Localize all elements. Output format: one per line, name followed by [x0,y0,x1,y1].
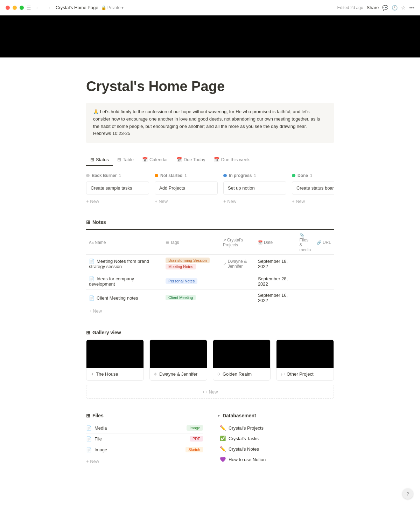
gallery-add-icon: + [202,389,205,395]
kanban-new-done[interactable]: + New [292,197,334,205]
col-count-not-started: 1 [184,173,187,178]
file-row[interactable]: 📄 File PDF [86,433,203,444]
databasement-item[interactable]: ✏️ Crystal's Projects [217,423,334,433]
file-icon: 📄 [86,425,92,431]
col-label-in-progress: In progress [229,173,252,178]
file-name: Image [94,447,107,452]
forward-arrow[interactable]: → [45,4,53,11]
notes-table-row[interactable]: 📄Client Meeting notesClient MeetingSepte… [86,290,334,306]
tab-due-week[interactable]: 📅 Due this week [210,154,254,166]
help-button[interactable]: ? [402,488,413,494]
gallery-card-cover [86,340,144,368]
tab-calendar[interactable]: 📅 Calendar [138,154,172,166]
gallery-card-icon: 🏷 [281,372,285,377]
gallery-card[interactable]: 🏷 Other Project [276,340,334,381]
kanban-card[interactable]: Create sample tasks [86,182,149,194]
gallery-card-name: 🏷 Other Project [281,371,329,377]
db-item-label: Crystal's Projects [229,425,264,431]
back-arrow[interactable]: ← [34,4,42,11]
kanban-new-in-progress[interactable]: + New [223,197,286,205]
notes-table-row[interactable]: 📄Meeting Notes from brand strategy sessi… [86,255,334,273]
notes-row-files [297,290,314,306]
page-cover [0,15,420,57]
history-icon[interactable]: 🕐 [392,5,398,11]
gallery-icon: ⊞ [86,330,90,335]
files-section: ⊞ Files 📄 Media Image 📄 File PDF 📄 Image… [86,413,203,466]
notes-row-url [314,290,334,306]
file-row[interactable]: 📄 Image Sketch [86,444,203,455]
topbar-left: ☰ ← → Crystal's Home Page 🔒 Private ▾ [6,4,124,11]
kanban-col-in-progress: In progress 1 Set up notion + New [223,173,286,205]
tag-pill: Meeting Notes [166,264,196,269]
notes-row-files [297,255,314,273]
gallery-add-button[interactable]: + + New [86,385,334,399]
notes-table-row[interactable]: 📄Ideas for company developmentPersonal N… [86,273,334,290]
notes-add-button[interactable]: + New [86,306,334,316]
gallery-card[interactable]: ✈ Golden Realm [213,340,271,381]
star-icon[interactable]: ☆ [401,5,406,11]
db-item-icon: 💜 [220,457,226,462]
notes-row-name: 📄Meeting Notes from brand strategy sessi… [86,255,163,273]
gallery-card-body: ✈ Dwayne & Jennifer [150,368,207,380]
notes-row-name: 📄Client Meeting notes [86,290,163,306]
quote-emoji: 🙏 [93,109,99,114]
kanban-col-not-started: Not started 1 Add Projects + New [155,173,218,205]
gallery-card-body: 🏷 Other Project [276,368,334,380]
gallery-card-name: ✈ Golden Realm [217,371,266,377]
close-btn[interactable] [6,6,10,10]
maximize-btn[interactable] [20,6,24,10]
file-name: Media [94,425,107,431]
notes-row-date: September 16, 2022 [255,290,297,306]
notes-row-crystals-projects [220,273,255,290]
file-name: File [94,436,102,442]
minimize-btn[interactable] [13,6,17,10]
notes-row-url [314,255,334,273]
comment-icon[interactable]: 💬 [382,5,388,11]
status-board-section: ⊞ Status ⊞ Table 📅 Calendar 📅 Due Today … [86,154,334,205]
gallery-card-icon: ✈ [217,372,221,377]
gallery-card-label: Other Project [287,371,314,377]
kanban-new-not-started[interactable]: + New [155,197,218,205]
more-icon[interactable]: ••• [409,5,414,11]
gallery-card-body: ✈ Golden Realm [213,368,270,380]
arrow-icon: ↗ [223,261,226,266]
status-dot-blue [223,174,227,177]
chevron-down-icon: ▾ [121,5,124,10]
databasement-list: ✏️ Crystal's Projects ✅ Crystal's Tasks … [217,423,334,465]
databasement-item[interactable]: 💜 How to use Notion [217,454,334,465]
tag-pill: Personal Notes [166,278,197,284]
share-button[interactable]: Share [367,5,379,10]
databasement-item[interactable]: ✏️ Crystal's Notes [217,444,334,454]
kanban-card[interactable]: Add Projects [155,182,218,194]
kanban-card[interactable]: Create status board [292,182,334,194]
col-header-date: 📅Date [255,231,297,255]
gallery-card[interactable]: ✈ The House [86,340,144,381]
col-count-in-progress: 1 [254,173,256,178]
tab-due-today[interactable]: 📅 Due Today [172,154,210,166]
databasement-item[interactable]: ✅ Crystal's Tasks [217,433,334,444]
notes-row-url [314,273,334,290]
file-row[interactable]: 📄 Media Image [86,423,203,433]
notes-row-date: September 18, 2022 [255,255,297,273]
privacy-label[interactable]: 🔒 Private ▾ [101,5,124,10]
status-tabs: ⊞ Status ⊞ Table 📅 Calendar 📅 Due Today … [86,154,334,166]
db-item-label: Crystal's Notes [229,446,259,452]
file-tag: PDF [190,436,203,442]
col-header-url: 🔗URL [314,231,334,255]
tab-status[interactable]: ⊞ Status [86,154,113,166]
gallery-section: ⊞ Gallery view ✈ The House ✈ Dwayne & Je… [86,330,334,399]
kanban-card[interactable]: Set up notion [223,182,286,194]
calendar-tab-label: Calendar [149,157,168,162]
files-add-button[interactable]: + New [86,457,203,466]
gallery-card-name: ✈ Dwayne & Jennifer [154,371,203,377]
gallery-card[interactable]: ✈ Dwayne & Jennifer [149,340,207,381]
tab-table[interactable]: ⊞ Table [113,154,138,166]
notes-icon: ⊞ [86,219,90,225]
gallery-card-cover [150,340,207,368]
gallery-card-label: Golden Realm [223,371,252,377]
file-tag: Sketch [186,447,203,452]
notes-table: AaName ☰Tags ↗Crystal's Projects 📅Date 📎… [86,231,334,306]
menu-icon[interactable]: ☰ [27,5,31,11]
lock-icon: 🔒 [101,5,106,10]
kanban-new-back-burner[interactable]: + New [86,197,149,205]
